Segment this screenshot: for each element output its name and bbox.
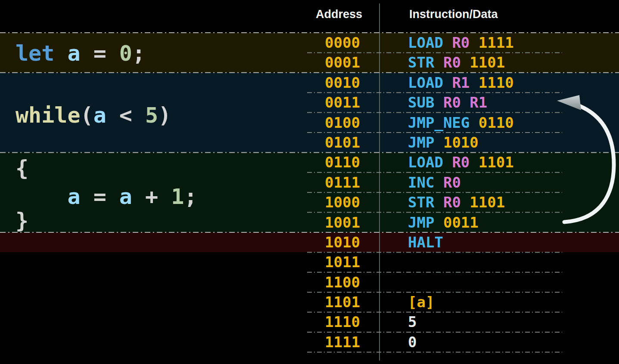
- memory-instruction: 5: [408, 312, 417, 332]
- instruction-token: STR: [408, 54, 434, 71]
- instruction-token: [a]: [408, 293, 434, 311]
- instruction-token: R0: [443, 194, 461, 211]
- instruction-token: 1110: [479, 74, 514, 91]
- instruction-token: 1101: [470, 194, 505, 211]
- instruction-token: 1101: [470, 54, 505, 71]
- instruction-token: R1: [452, 74, 470, 91]
- memory-address: 0101: [0, 133, 360, 152]
- memory-instruction: 0: [408, 332, 417, 352]
- instruction-token: JMP: [408, 214, 434, 231]
- memory-row: 0010LOAD R1 1110: [0, 73, 619, 93]
- memory-row: 1011: [0, 252, 619, 272]
- memory-row: 0101JMP 1010: [0, 133, 619, 152]
- memory-instruction: JMP_NEG 0110: [408, 113, 514, 133]
- memory-row: 0000LOAD R0 1111: [0, 33, 619, 52]
- instruction-token: HALT: [408, 234, 443, 251]
- instruction-token: R1: [470, 94, 487, 111]
- memory-address: 0100: [0, 113, 360, 133]
- memory-row: 11105: [0, 312, 619, 332]
- memory-instruction: JMP 1010: [408, 133, 479, 152]
- memory-address: 1010: [0, 232, 360, 252]
- memory-address: 0110: [0, 152, 360, 172]
- memory-address: 1011: [0, 252, 360, 272]
- instruction-token: 0: [408, 333, 417, 351]
- memory-address: 1000: [0, 192, 360, 212]
- instruction-token: 1010: [443, 134, 479, 151]
- memory-row: 1101[a]: [0, 292, 619, 312]
- instruction-token: R0: [443, 94, 461, 111]
- memory-instruction: LOAD R0 1101: [408, 152, 514, 172]
- memory-instruction: STR R0 1101: [408, 192, 505, 212]
- memory-row: 0011SUB R0 R1: [0, 93, 619, 112]
- memory-row: 0110LOAD R0 1101: [0, 152, 619, 172]
- instruction-token: STR: [408, 194, 434, 211]
- memory-address: 0000: [0, 33, 360, 52]
- address-column-header: Address: [316, 8, 362, 21]
- memory-row: 1001JMP 0011: [0, 213, 619, 232]
- instruction-token: 0011: [443, 214, 479, 231]
- memory-address: 1111: [0, 332, 360, 352]
- instruction-token: 1101: [479, 154, 514, 171]
- memory-row: 0111INC R0: [0, 173, 619, 192]
- memory-row: 1010HALT: [0, 232, 619, 252]
- instruction-token: R0: [443, 54, 461, 71]
- memory-row: 1000STR R0 1101: [0, 192, 619, 212]
- memory-row: 0100JMP_NEG 0110: [0, 113, 619, 133]
- memory-row: 1100: [0, 272, 619, 292]
- instruction-token: R0: [443, 174, 461, 191]
- memory-address: 1001: [0, 213, 360, 232]
- memory-instruction: LOAD R0 1111: [408, 33, 514, 52]
- instruction-token: LOAD: [408, 74, 443, 91]
- memory-address: 1100: [0, 272, 360, 292]
- memory-address: 0011: [0, 93, 360, 112]
- instruction-token: JMP: [408, 134, 434, 151]
- memory-address: 0010: [0, 73, 360, 93]
- instruction-token: 5: [408, 313, 417, 330]
- memory-instruction: [a]: [408, 292, 434, 312]
- memory-instruction: HALT: [408, 232, 443, 252]
- memory-table: 0000LOAD R0 11110001STR R0 11010010LOAD …: [0, 33, 619, 352]
- memory-row: 11110: [0, 332, 619, 352]
- instruction-token: 1111: [479, 34, 514, 51]
- assembly-mapping-diagram: Address Instruction/Data let a = 0; whil…: [0, 0, 619, 364]
- memory-address: 0001: [0, 52, 360, 72]
- instruction-token: 0110: [479, 114, 514, 131]
- memory-instruction: STR R0 1101: [408, 52, 505, 72]
- memory-instruction: LOAD R1 1110: [408, 73, 514, 93]
- memory-row: 0001STR R0 1101: [0, 52, 619, 72]
- instruction-token: LOAD: [408, 154, 443, 171]
- memory-instruction: INC R0: [408, 173, 461, 192]
- instruction-token: JMP_NEG: [408, 114, 470, 131]
- memory-instruction: SUB R0 R1: [408, 93, 487, 112]
- memory-address: 0111: [0, 173, 360, 192]
- instruction-token: INC: [408, 174, 434, 191]
- instruction-token: LOAD: [408, 34, 443, 51]
- instruction-token: R0: [452, 34, 470, 51]
- instruction-token: R0: [452, 154, 470, 171]
- memory-instruction: JMP 0011: [408, 213, 479, 232]
- memory-address: 1101: [0, 292, 360, 312]
- instruction-column-header: Instruction/Data: [409, 8, 498, 21]
- memory-address: 1110: [0, 312, 360, 332]
- instruction-token: SUB: [408, 94, 434, 111]
